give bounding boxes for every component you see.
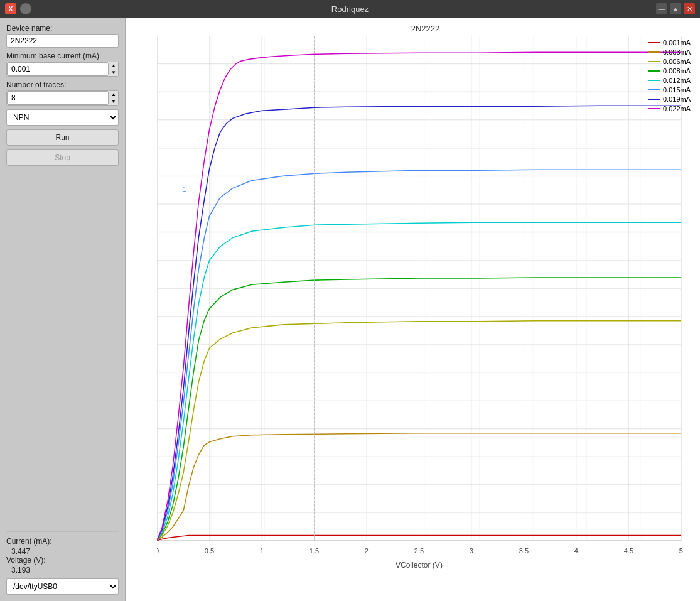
app-icon: X (5, 3, 16, 14)
chart-title: 2N2222 (157, 24, 694, 33)
svg-text:1: 1 (260, 547, 264, 555)
min-base-current-section: Minimum base current (mA) ▲ ▼ (6, 51, 119, 77)
legend-item-8: 0.022mA (648, 105, 691, 112)
legend-item-4: 0.008mA (648, 67, 691, 75)
legend-item-1: 0.001mA (648, 39, 691, 46)
legend-label-5: 0.012mA (663, 77, 691, 84)
device-name-section: Device name: (6, 24, 119, 48)
legend-item-6: 0.015mA (648, 86, 691, 94)
window-controls: — ▲ ✕ (656, 3, 695, 14)
legend-label-6: 0.015mA (663, 86, 691, 94)
legend-item-5: 0.012mA (648, 77, 691, 84)
legend-label-3: 0.006mA (663, 58, 691, 65)
voltage-label: Voltage (V): (6, 556, 119, 565)
legend-label-4: 0.008mA (663, 67, 691, 75)
legend-item-3: 0.006mA (648, 58, 691, 65)
min-base-current-input[interactable] (7, 62, 109, 76)
legend-color-5 (648, 80, 660, 81)
legend-color-7 (648, 99, 660, 100)
minimize-button[interactable]: — (656, 3, 667, 14)
num-traces-section: Number of traces: ▲ ▼ (6, 80, 119, 106)
chart-area: 2N2222 (126, 18, 700, 601)
legend-label-7: 0.019mA (663, 95, 691, 103)
chart-svg: 0 0.5 1 1.5 2 2.5 3 3.5 4 4.5 5 VCollect… (157, 36, 694, 569)
legend-label-2: 0.003mA (663, 48, 691, 56)
num-traces-input[interactable] (7, 91, 109, 105)
svg-text:3.5: 3.5 (519, 547, 529, 555)
legend-item-7: 0.019mA (648, 95, 691, 103)
current-label: Current (mA): (6, 537, 119, 546)
svg-text:4: 4 (574, 547, 578, 555)
legend-color-1 (648, 42, 660, 43)
run-button[interactable]: Run (6, 129, 119, 146)
legend-color-2 (648, 51, 660, 53)
svg-text:VCollector (V): VCollector (V) (396, 561, 443, 569)
device-name-input[interactable] (6, 34, 119, 48)
svg-text:2: 2 (365, 547, 369, 555)
num-traces-label: Number of traces: (6, 80, 119, 89)
current-value: 3.447 (6, 547, 119, 556)
svg-text:0.5: 0.5 (205, 547, 214, 555)
sidebar-spacer (6, 170, 119, 528)
num-traces-up-button[interactable]: ▲ (109, 91, 118, 98)
legend-color-4 (648, 70, 660, 72)
title-bar-left: X (5, 3, 31, 14)
svg-text:1.5: 1.5 (310, 547, 319, 555)
min-base-current-spinner: ▲ ▼ (6, 62, 119, 77)
sidebar: Device name: Minimum base current (mA) ▲… (0, 18, 126, 601)
main-layout: Device name: Minimum base current (mA) ▲… (0, 18, 700, 601)
num-traces-down-button[interactable]: ▼ (109, 98, 118, 105)
spinner-btns: ▲ ▼ (109, 62, 118, 76)
svg-text:3: 3 (470, 547, 473, 555)
chart-legend: 0.001mA 0.003mA 0.006mA 0.008mA 0.012mA (648, 39, 691, 112)
spinner-down-button[interactable]: ▼ (109, 69, 118, 76)
legend-label-1: 0.001mA (663, 39, 691, 46)
legend-color-3 (648, 61, 660, 62)
port-select[interactable]: /dev/ttyUSB0 /dev/ttyUSB1 /dev/ttyACM0 (6, 578, 119, 595)
legend-label-8: 0.022mA (663, 105, 691, 112)
window-title: Rodriquez (331, 4, 369, 14)
legend-color-6 (648, 89, 660, 90)
svg-text:2.5: 2.5 (414, 547, 424, 555)
legend-color-8 (648, 108, 660, 109)
chart-container: 0 0.5 1 1.5 2 2.5 3 3.5 4 4.5 5 VCollect… (157, 36, 694, 569)
maximize-button[interactable]: ▲ (670, 3, 681, 14)
device-name-label: Device name: (6, 24, 119, 33)
svg-text:5: 5 (679, 547, 683, 555)
second-icon (20, 3, 31, 14)
status-section: Current (mA): 3.447 Voltage (V): 3.193 /… (6, 531, 119, 595)
svg-text:4.5: 4.5 (624, 547, 633, 555)
transistor-type-select[interactable]: NPN PNP (6, 109, 119, 126)
spinner-up-button[interactable]: ▲ (109, 62, 118, 69)
close-button[interactable]: ✕ (684, 3, 695, 14)
title-bar: X Rodriquez — ▲ ✕ (0, 0, 700, 18)
svg-text:0: 0 (157, 547, 159, 555)
stop-button[interactable]: Stop (6, 149, 119, 166)
num-traces-spinner-btns: ▲ ▼ (109, 91, 118, 105)
min-base-current-label: Minimum base current (mA) (6, 51, 119, 60)
num-traces-spinner: ▲ ▼ (6, 90, 119, 106)
legend-item-2: 0.003mA (648, 48, 691, 56)
svg-text:1: 1 (183, 185, 186, 193)
voltage-value: 3.193 (6, 566, 119, 575)
